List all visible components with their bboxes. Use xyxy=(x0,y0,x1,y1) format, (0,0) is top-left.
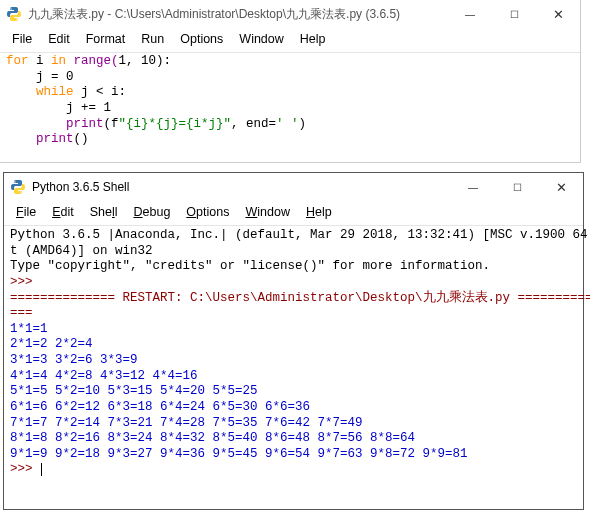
prompt: >>> xyxy=(10,275,33,289)
menu-file[interactable]: File xyxy=(8,203,44,221)
output-line: 7*1=7 7*2=14 7*3=21 7*4=28 7*5=35 7*6=42… xyxy=(10,416,363,430)
menu-options[interactable]: Options xyxy=(172,30,231,48)
menu-run[interactable]: Run xyxy=(133,30,172,48)
prompt: >>> xyxy=(10,462,33,476)
menu-help[interactable]: Help xyxy=(292,30,334,48)
code-editor[interactable]: for i in range(1, 10): j = 0 while j < i… xyxy=(0,53,580,154)
menu-edit[interactable]: Edit xyxy=(40,30,78,48)
editor-title: 九九乘法表.py - C:\Users\Administrator\Deskto… xyxy=(28,6,448,23)
output-line: 5*1=5 5*2=10 5*3=15 5*4=20 5*5=25 xyxy=(10,384,258,398)
editor-window-controls: — ☐ ✕ xyxy=(448,0,580,28)
minimize-button[interactable]: — xyxy=(451,173,495,201)
close-button[interactable]: ✕ xyxy=(539,173,583,201)
maximize-button[interactable]: ☐ xyxy=(492,0,536,28)
text-cursor xyxy=(41,463,42,476)
output-line: 4*1=4 4*2=8 4*3=12 4*4=16 xyxy=(10,369,198,383)
menu-help[interactable]: Help xyxy=(298,203,340,221)
output-line: 9*1=9 9*2=18 9*3=27 9*4=36 9*5=45 9*6=54… xyxy=(10,447,468,461)
menu-format[interactable]: Format xyxy=(78,30,134,48)
menu-options[interactable]: Options xyxy=(178,203,237,221)
shell-output[interactable]: Python 3.6.5 |Anaconda, Inc.| (default, … xyxy=(4,226,583,484)
menu-shell[interactable]: Shell xyxy=(82,203,126,221)
output-line: 3*1=3 3*2=6 3*3=9 xyxy=(10,353,138,367)
svg-point-1 xyxy=(16,18,17,19)
svg-point-2 xyxy=(14,181,15,182)
menu-file[interactable]: File xyxy=(4,30,40,48)
editor-window: 九九乘法表.py - C:\Users\Administrator\Deskto… xyxy=(0,0,581,163)
close-button[interactable]: ✕ xyxy=(536,0,580,28)
output-line: 6*1=6 6*2=12 6*3=18 6*4=24 6*5=30 6*6=36 xyxy=(10,400,310,414)
minimize-button[interactable]: — xyxy=(448,0,492,28)
menu-window[interactable]: Window xyxy=(237,203,297,221)
python-icon xyxy=(6,6,22,22)
python-icon xyxy=(10,179,26,195)
banner-line: t (AMD64)] on win32 xyxy=(10,244,153,258)
shell-menubar: File Edit Shell Debug Options Window Hel… xyxy=(4,201,583,225)
editor-titlebar[interactable]: 九九乘法表.py - C:\Users\Administrator\Deskto… xyxy=(0,0,580,28)
svg-point-0 xyxy=(10,8,11,9)
restart-line: === xyxy=(10,306,33,320)
svg-point-3 xyxy=(20,191,21,192)
shell-window: Python 3.6.5 Shell — ☐ ✕ File Edit Shell… xyxy=(3,172,584,510)
shell-titlebar[interactable]: Python 3.6.5 Shell — ☐ ✕ xyxy=(4,173,583,201)
banner-line: Type "copyright", "credits" or "license(… xyxy=(10,259,490,273)
menu-debug[interactable]: Debug xyxy=(126,203,179,221)
editor-menubar: File Edit Format Run Options Window Help xyxy=(0,28,580,52)
output-line: 1*1=1 xyxy=(10,322,48,336)
menu-edit[interactable]: Edit xyxy=(44,203,82,221)
menu-window[interactable]: Window xyxy=(231,30,291,48)
restart-line: ============== RESTART: C:\Users\Adminis… xyxy=(10,291,590,305)
banner-line: Python 3.6.5 |Anaconda, Inc.| (default, … xyxy=(10,228,590,242)
shell-title: Python 3.6.5 Shell xyxy=(32,180,451,194)
output-line: 2*1=2 2*2=4 xyxy=(10,337,93,351)
shell-window-controls: — ☐ ✕ xyxy=(451,173,583,201)
output-line: 8*1=8 8*2=16 8*3=24 8*4=32 8*5=40 8*6=48… xyxy=(10,431,415,445)
maximize-button[interactable]: ☐ xyxy=(495,173,539,201)
